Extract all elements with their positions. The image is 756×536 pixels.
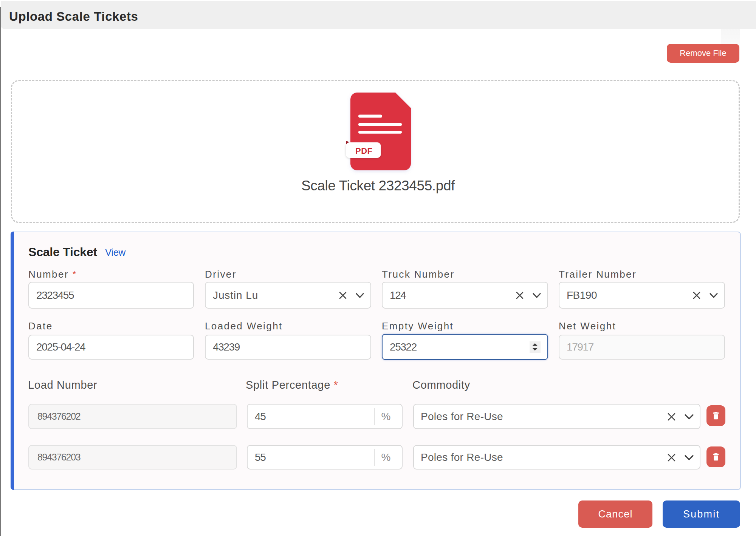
svg-text:PDF: PDF <box>355 146 373 156</box>
